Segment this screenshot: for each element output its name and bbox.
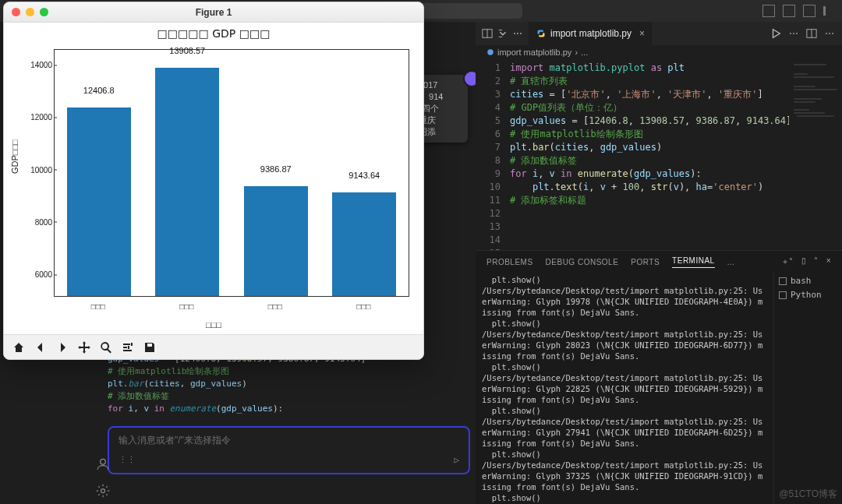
terminal-icon [779, 277, 787, 285]
tab-import-matplotlib[interactable]: import matplotlib.py × [529, 22, 653, 45]
customize-layout-icon[interactable] [823, 5, 836, 17]
y-tick: 12000 [30, 113, 52, 122]
chat-input[interactable]: 输入消息或者"/"来选择指令 ⋮⋮ ▷ [108, 426, 470, 474]
python-file-icon [486, 48, 494, 56]
plot-area: 12406.813908.579386.879143.64 [54, 49, 409, 297]
bar [332, 192, 396, 296]
save-icon[interactable] [140, 337, 160, 358]
ellipsis-icon[interactable]: ⋯ [513, 28, 522, 39]
panel-tab-...[interactable]: ... [727, 258, 735, 266]
send-icon[interactable]: ▷ [454, 454, 459, 467]
chat-placeholder: 输入消息或者"/"来选择指令 [119, 434, 459, 446]
terminal-entry-python[interactable]: Python [779, 290, 837, 301]
y-tick: 10000 [30, 165, 52, 174]
back-icon[interactable] [30, 337, 51, 358]
close-icon[interactable] [12, 8, 20, 16]
bar-value-label: 9386.87 [260, 164, 292, 174]
figure-canvas: □□□□□ GDP □□□ GDP□□□ □□□ 12406.813908.57… [4, 23, 423, 334]
tab-label: import matplotlib.py [550, 28, 632, 39]
panel-tab-problems[interactable]: PROBLEMS [486, 258, 533, 266]
loading-icon: ⋮⋮ [119, 454, 136, 467]
chart-title: □□□□□ GDP □□□ [4, 23, 423, 40]
window-title: Figure 1 [196, 7, 232, 18]
pan-icon[interactable] [74, 337, 94, 358]
svg-point-0 [101, 459, 106, 464]
svg-point-6 [487, 49, 494, 55]
mpl-toolbar [4, 334, 423, 359]
panel-bottom-icon[interactable] [783, 5, 795, 17]
matplotlib-window[interactable]: Figure 1 □□□□□ GDP □□□ GDP□□□ □□□ 12406.… [3, 2, 424, 360]
run-icon[interactable] [770, 28, 781, 39]
x-tick: □□□ [268, 302, 282, 311]
breadcrumb[interactable]: import matplotlib.py › ... [476, 45, 842, 59]
configure-icon[interactable] [118, 337, 138, 358]
terminal-list: bash Python [773, 273, 842, 504]
terminal-entry-bash[interactable]: bash [779, 276, 837, 287]
minimize-icon[interactable] [26, 8, 34, 16]
y-tick: 6000 [35, 270, 52, 279]
panel-left-icon[interactable] [762, 5, 775, 17]
split-terminal-icon[interactable]: ▯ [801, 256, 807, 267]
titlebar-layout-controls [762, 5, 836, 17]
home-icon[interactable] [9, 337, 29, 358]
y-tick: 14000 [30, 61, 52, 69]
zoom-icon[interactable] [96, 337, 116, 358]
chevron-up-icon[interactable]: ˄ [814, 256, 819, 267]
bar-value-label: 9143.64 [348, 171, 380, 180]
chat-panel: gdp_values = [12406.8, 13908.57, 9386.87… [108, 353, 470, 504]
y-tick: 8000 [35, 217, 52, 226]
ellipsis-icon[interactable]: ⋯ [789, 28, 798, 39]
account-icon[interactable] [95, 456, 111, 472]
bar-value-label: 13908.57 [169, 46, 205, 55]
close-icon[interactable]: × [826, 256, 831, 267]
panel-tab-debug-console[interactable]: DEBUG CONSOLE [546, 258, 619, 266]
traffic-lights [12, 8, 48, 16]
y-axis-label: GDP□□□ [10, 139, 19, 174]
panel-tab-terminal[interactable]: TERMINAL [672, 256, 715, 268]
python-file-icon [536, 29, 546, 38]
svg-point-1 [101, 489, 105, 493]
x-axis-label: □□□ [4, 320, 423, 330]
maximize-icon[interactable] [40, 8, 48, 16]
panel-tabs: PROBLEMSDEBUG CONSOLEPORTSTERMINAL... ＋˅… [476, 251, 842, 273]
split-editor-icon[interactable] [806, 28, 817, 39]
more-actions-icon[interactable] [497, 28, 508, 39]
code-editor[interactable]: 12345678910111213141516 import matplotli… [476, 59, 842, 250]
watermark: @51CTO博客 [779, 488, 837, 501]
panel: PROBLEMSDEBUG CONSOLEPORTSTERMINAL... ＋˅… [476, 250, 842, 504]
close-icon[interactable]: × [639, 28, 645, 39]
split-editor-icon[interactable] [482, 28, 493, 39]
x-tick: □□□ [179, 302, 193, 311]
new-terminal-icon[interactable]: ＋˅ [781, 256, 794, 267]
minimap[interactable] [789, 59, 842, 250]
bar-value-label: 12406.8 [83, 86, 115, 95]
bar [155, 68, 219, 296]
x-tick: □□□ [356, 302, 370, 311]
bar [67, 107, 131, 296]
mpl-titlebar[interactable]: Figure 1 [4, 2, 423, 23]
panel-right-icon[interactable] [803, 5, 815, 17]
bar [244, 186, 308, 296]
panel-tab-ports[interactable]: PORTS [631, 258, 660, 266]
ellipsis-icon[interactable]: ⋯ [825, 28, 834, 39]
forward-icon[interactable] [52, 337, 73, 358]
editor-tabstrip: ⋯ import matplotlib.py × ⋯ ⋯ [476, 22, 842, 45]
terminal-icon [779, 291, 787, 299]
x-tick: □□□ [91, 302, 105, 311]
gear-icon[interactable] [95, 483, 111, 499]
terminal-output[interactable]: plt.show()/Users/bytedance/Desktop/test/… [476, 273, 773, 504]
